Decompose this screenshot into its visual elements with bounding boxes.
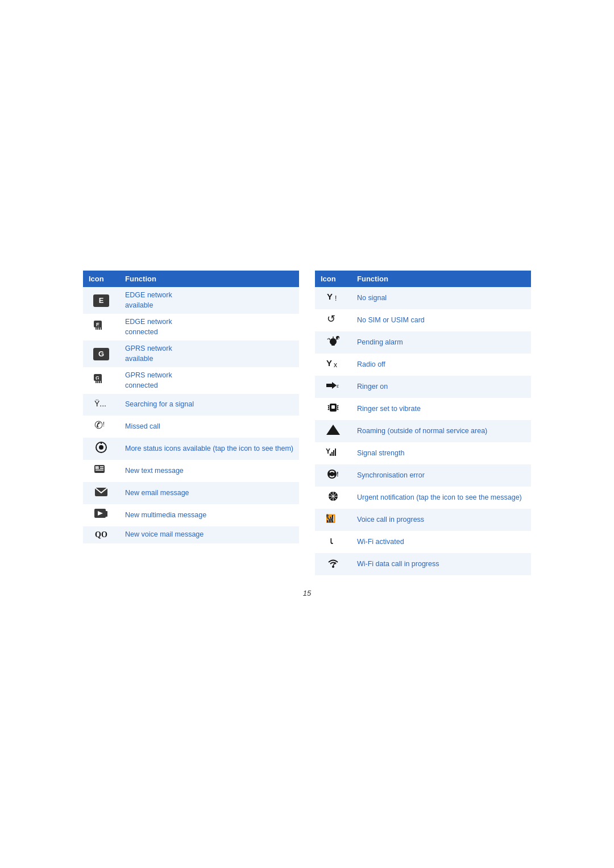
svg-rect-52: [335, 448, 336, 456]
svg-rect-4: [99, 325, 100, 330]
icon-cell: Y x: [315, 354, 351, 376]
icon-cell: [315, 553, 351, 575]
icon-cell: ✦: [315, 331, 351, 354]
svg-marker-37: [332, 382, 337, 389]
svg-rect-27: [104, 511, 107, 517]
func-cell: EDGE networkavailable: [119, 287, 299, 314]
func-cell: Pending alarm: [351, 331, 531, 354]
func-cell: No signal: [351, 287, 531, 309]
sync-error-icon: !: [325, 468, 341, 483]
func-cell: New multimedia message: [119, 504, 299, 526]
icon-cell: [83, 438, 119, 460]
svg-line-45: [337, 409, 338, 410]
svg-text:✆: ✆: [94, 420, 103, 431]
no-sim-icon: ↺: [325, 313, 341, 328]
func-cell: EDGE networkconnected: [119, 314, 299, 340]
icon-cell: ɩ: [315, 531, 351, 553]
svg-text:!: !: [335, 294, 337, 302]
icon-cell: ✆ !: [83, 416, 119, 438]
icon-cell: [315, 487, 351, 509]
icon-cell: ε: [315, 376, 351, 398]
func-cell: Signal strength: [351, 442, 531, 464]
svg-text:ɩ: ɩ: [330, 535, 333, 546]
func-cell: Ringer set to vibrate: [351, 398, 531, 420]
left-table: Icon Function E EDGE networkavailable: [83, 271, 299, 543]
table-row: Ÿ... Searching for a signal: [83, 394, 299, 416]
svg-rect-49: [330, 454, 331, 456]
table-row: Y x Radio off: [315, 354, 531, 376]
func-cell: GPRS networkavailable: [119, 340, 299, 367]
roaming-icon: [325, 423, 341, 439]
table-row: 📶 📞 Voice call in progress: [315, 509, 531, 531]
func-cell: Voice call in progress: [351, 509, 531, 531]
table-row: New email message: [83, 482, 299, 504]
svg-text:ε: ε: [337, 383, 339, 389]
svg-text:!: !: [337, 471, 339, 477]
table-row: E EDGE networkavailable: [83, 287, 299, 314]
svg-rect-11: [101, 377, 102, 383]
svg-marker-47: [326, 425, 340, 435]
svg-text:Y: Y: [327, 292, 333, 301]
ringer-vibrate-icon: [325, 401, 341, 417]
left-header-function: Function: [119, 271, 299, 287]
svg-line-43: [337, 405, 338, 406]
icon-cell: Y !: [315, 287, 351, 309]
svg-rect-46: [331, 405, 335, 409]
table-row: ✦ Pending alarm: [315, 331, 531, 354]
new-voicemail-icon: QO: [95, 530, 107, 539]
table-row: E EDGE networkconnected: [83, 314, 299, 340]
icon-cell: QO: [83, 526, 119, 543]
icon-cell: Ÿ...: [83, 394, 119, 416]
svg-rect-51: [333, 450, 334, 456]
svg-text:Ÿ...: Ÿ...: [94, 399, 106, 408]
tables-wrapper: Icon Function E EDGE networkavailable: [83, 271, 531, 575]
gprs-connected-icon: G: [93, 373, 109, 388]
func-cell: Missed call: [119, 416, 299, 438]
urgent-notif-icon: [325, 490, 341, 505]
func-cell: Wi-Fi activated: [351, 531, 531, 553]
table-row: Roaming (outside of normal service area): [315, 420, 531, 442]
svg-line-42: [328, 409, 329, 410]
func-cell: Ringer on: [351, 376, 531, 398]
func-cell: Synchronisation error: [351, 464, 531, 487]
icon-cell: 12: [83, 460, 119, 482]
ringer-on-icon: ε: [325, 379, 341, 394]
page-container: Icon Function E EDGE networkavailable: [63, 236, 551, 632]
svg-rect-10: [99, 378, 100, 383]
icon-cell: !: [315, 464, 351, 487]
icon-cell: E: [83, 287, 119, 314]
voice-call-icon: 📶 📞: [325, 512, 341, 528]
func-cell: Searching for a signal: [119, 394, 299, 416]
icon-cell: Y: [315, 442, 351, 464]
icon-cell: [83, 504, 119, 526]
func-cell: Roaming (outside of normal service area): [351, 420, 531, 442]
func-cell: New email message: [119, 482, 299, 504]
svg-rect-2: [96, 327, 97, 330]
func-cell: New voice mail message: [119, 526, 299, 543]
searching-signal-icon: Ÿ...: [93, 397, 109, 412]
missed-call-icon: ✆ !: [93, 419, 109, 434]
table-row: ε Ringer on: [315, 376, 531, 398]
signal-strength-icon: Y: [325, 446, 341, 461]
svg-marker-36: [326, 384, 332, 387]
svg-rect-3: [97, 326, 98, 330]
table-row: Urgent notification (tap the icon to see…: [315, 487, 531, 509]
svg-text:Y: Y: [326, 358, 332, 368]
table-row: ✆ ! Missed call: [83, 416, 299, 438]
icon-cell: [315, 398, 351, 420]
svg-line-40: [328, 405, 329, 406]
icon-cell: [315, 420, 351, 442]
svg-text:x: x: [334, 361, 337, 369]
right-table: Icon Function Y ! No signal: [315, 271, 531, 575]
wifi-activated-icon: ɩ: [325, 534, 341, 550]
icon-cell: E: [83, 314, 119, 340]
table-row: G GPRS networkavailable: [83, 340, 299, 367]
svg-text:📞: 📞: [326, 513, 334, 521]
svg-rect-50: [331, 452, 333, 456]
svg-rect-31: [331, 344, 335, 346]
svg-rect-8: [96, 380, 97, 383]
table-row: ! Synchronisation error: [315, 464, 531, 487]
table-row: Ringer set to vibrate: [315, 398, 531, 420]
wifi-data-icon: [325, 556, 341, 572]
table-row: G GPRS networkconnected: [83, 367, 299, 394]
